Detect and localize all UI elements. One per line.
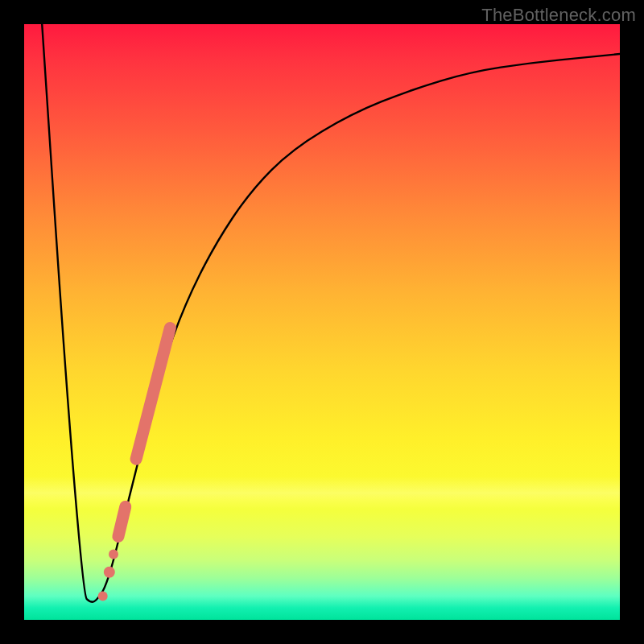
chart-frame: TheBottleneck.com: [0, 0, 644, 644]
highlight-segment: [118, 506, 126, 536]
watermark-text: TheBottleneck.com: [481, 5, 636, 26]
plot-area: [24, 24, 620, 620]
highlight-point: [104, 567, 115, 578]
curve-layer: [24, 24, 620, 620]
highlight-segment: [136, 328, 170, 459]
highlight-point: [109, 550, 118, 559]
highlight-markers: [98, 328, 171, 601]
highlight-point: [98, 591, 108, 601]
